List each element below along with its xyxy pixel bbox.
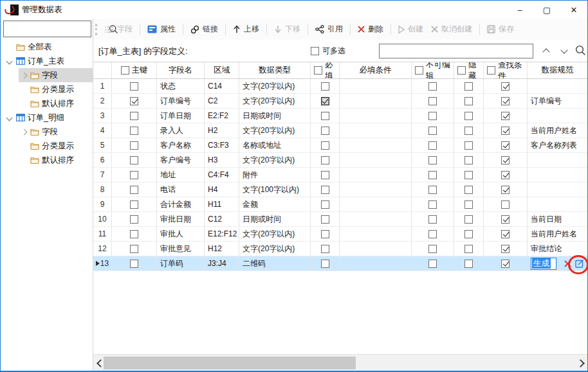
multiselect-option[interactable]: 可多选 — [311, 46, 345, 57]
table-row-审批日期[interactable]: 10审批日期C12日期或时间当前日期 — [93, 212, 587, 227]
tree-item-全部表[interactable]: 全部表 — [1, 40, 93, 54]
lookup-condition-checkbox[interactable] — [501, 156, 510, 164]
hidden-checkbox[interactable] — [464, 112, 473, 120]
required-checkbox[interactable] — [321, 171, 329, 179]
lookup-condition-header-checkbox[interactable] — [487, 66, 495, 75]
scroll-left-icon[interactable] — [95, 359, 103, 368]
primary-key-checkbox[interactable] — [130, 141, 138, 150]
hidden-checkbox[interactable] — [464, 200, 473, 209]
tree-item-默认排序[interactable]: 默认排序 — [1, 96, 93, 111]
lookup-condition-checkbox[interactable] — [501, 141, 510, 150]
tree-item-默认排序[interactable]: 默认排序 — [1, 153, 93, 167]
chevron-down-icon[interactable] — [6, 114, 14, 121]
primary-key-checkbox[interactable] — [130, 215, 138, 224]
table-row-审批人[interactable]: 11审批人E12:F12文字(20字以内)当前用户姓名 — [93, 227, 587, 242]
hidden-checkbox[interactable] — [464, 186, 473, 194]
find-previous-icon[interactable] — [542, 47, 551, 55]
not-editable-checkbox[interactable] — [428, 156, 437, 164]
required-checkbox[interactable] — [321, 230, 329, 238]
column-header-lookup-condition[interactable]: 查找条件 — [484, 62, 528, 78]
primary-key-checkbox[interactable] — [130, 260, 138, 268]
not-editable-checkbox[interactable] — [428, 200, 437, 209]
required-checkbox[interactable] — [321, 200, 329, 209]
not-editable-header-checkbox[interactable] — [415, 66, 423, 75]
table-row-订单日期[interactable]: 3订单日期E2:F2日期或时间 — [93, 109, 587, 123]
column-header-hidden[interactable]: 隐藏 — [454, 62, 484, 78]
lookup-condition-checkbox[interactable] — [501, 200, 510, 209]
column-header-field-name[interactable]: 字段名 — [157, 62, 205, 78]
tree-item-订单_主表[interactable]: 订单_主表 — [1, 54, 93, 68]
table-row-录入人[interactable]: 4录入人H2文字(20字以内)当前用户姓名 — [93, 123, 587, 138]
chevron-right-icon[interactable] — [20, 71, 28, 79]
sidebar-search-box[interactable] — [3, 21, 91, 37]
hidden-checkbox[interactable] — [464, 82, 473, 91]
hidden-checkbox[interactable] — [464, 127, 473, 135]
primary-key-checkbox[interactable] — [130, 186, 138, 194]
required-checkbox[interactable] — [321, 156, 329, 164]
not-editable-checkbox[interactable] — [428, 230, 437, 238]
lookup-condition-checkbox[interactable] — [501, 230, 510, 238]
not-editable-checkbox[interactable] — [428, 245, 437, 253]
toolbar-drag-handle[interactable] — [95, 24, 97, 35]
table-row-状态[interactable]: 1状态C14文字(20字以内) — [93, 79, 587, 94]
chevron-right-icon[interactable] — [20, 128, 28, 136]
table-row-订单码[interactable]: 13订单码J3:J4二维码生成 — [93, 256, 587, 271]
hidden-header-checkbox[interactable] — [457, 66, 466, 75]
column-header-not-editable[interactable]: 不可编辑 — [412, 62, 454, 78]
lookup-condition-checkbox[interactable] — [501, 260, 510, 268]
table-row-电话[interactable]: 8电话H4文字(100字以内) — [93, 182, 587, 197]
reference-button[interactable]: 引用 — [311, 21, 347, 37]
lookup-condition-checkbox[interactable] — [501, 97, 510, 105]
required-checkbox[interactable] — [321, 215, 329, 224]
properties-button[interactable]: 属性 — [143, 21, 179, 37]
primary-key-checkbox[interactable] — [130, 230, 138, 238]
hidden-checkbox[interactable] — [464, 156, 473, 164]
required-checkbox[interactable] — [321, 141, 329, 150]
delete-button[interactable]: 删除 — [354, 21, 387, 37]
move-up-button[interactable]: 上移 — [229, 21, 263, 37]
not-editable-checkbox[interactable] — [428, 97, 437, 105]
not-editable-checkbox[interactable] — [428, 112, 437, 120]
link-button[interactable]: 链接 — [187, 21, 222, 37]
hidden-checkbox[interactable] — [464, 260, 473, 268]
lookup-condition-checkbox[interactable] — [501, 245, 510, 253]
required-checkbox[interactable] — [321, 260, 329, 268]
column-header-data-spec[interactable]: 数据规范 — [528, 62, 587, 78]
hidden-checkbox[interactable] — [464, 97, 473, 105]
lookup-condition-checkbox[interactable] — [501, 112, 510, 120]
table-row-地址[interactable]: 7地址C4:F4附件 — [93, 168, 587, 182]
column-header-primary-key[interactable]: 主键 — [112, 62, 157, 78]
lookup-condition-checkbox[interactable] — [501, 82, 510, 91]
required-checkbox[interactable] — [321, 186, 329, 194]
find-next-icon[interactable] — [560, 47, 569, 55]
required-checkbox[interactable] — [321, 97, 329, 105]
not-editable-checkbox[interactable] — [428, 215, 437, 224]
hidden-checkbox[interactable] — [464, 215, 473, 224]
minimize-button[interactable]: – — [506, 1, 533, 19]
tree-item-分类显示[interactable]: 分类显示 — [1, 82, 93, 96]
primary-key-checkbox[interactable] — [130, 82, 138, 91]
table-row-客户编号[interactable]: 6客户编号H3文字(20字以内) — [93, 153, 587, 168]
primary-key-checkbox[interactable] — [130, 97, 138, 105]
lookup-condition-checkbox[interactable] — [501, 171, 510, 179]
column-header-data-type[interactable]: 数据类型 — [239, 62, 311, 78]
tree-item-分类显示[interactable]: 分类显示 — [1, 139, 93, 153]
required-header-checkbox[interactable] — [314, 66, 322, 75]
required-checkbox[interactable] — [321, 112, 329, 120]
scrollbar-thumb[interactable] — [104, 357, 356, 369]
hidden-checkbox[interactable] — [464, 171, 473, 179]
table-search-box[interactable] — [379, 44, 533, 58]
primary-key-checkbox[interactable] — [130, 156, 138, 164]
not-editable-checkbox[interactable] — [428, 82, 437, 91]
hidden-checkbox[interactable] — [464, 245, 473, 253]
lookup-condition-checkbox[interactable] — [501, 186, 510, 194]
maximize-button[interactable]: ▢ — [533, 1, 560, 19]
not-editable-checkbox[interactable] — [428, 141, 437, 150]
column-header-required-condition[interactable]: 必填条件 — [340, 62, 412, 78]
required-checkbox[interactable] — [321, 82, 329, 91]
hidden-checkbox[interactable] — [464, 230, 473, 238]
not-editable-checkbox[interactable] — [428, 127, 437, 135]
column-header-region[interactable]: 区域 — [205, 62, 239, 78]
data-spec-edit-input[interactable]: 生成 — [531, 258, 556, 270]
primary-key-checkbox[interactable] — [130, 200, 138, 209]
